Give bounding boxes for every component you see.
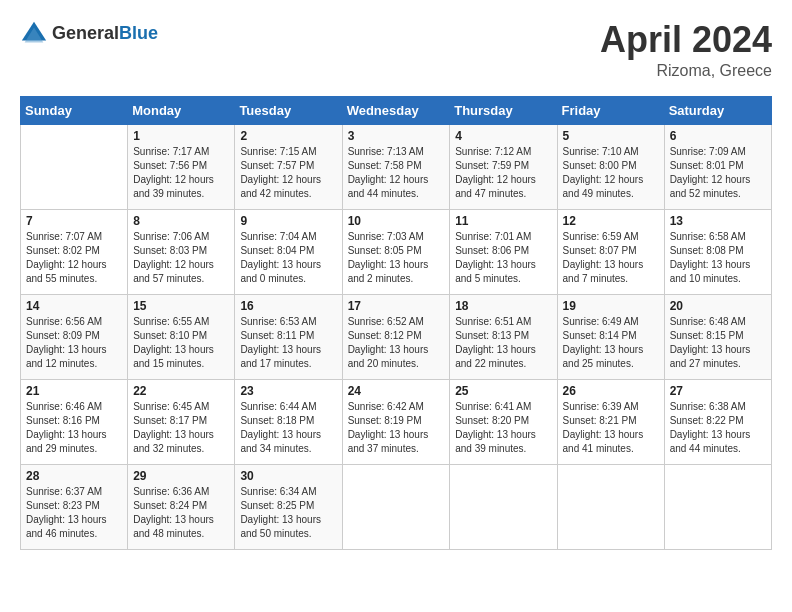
day-info: Sunrise: 6:37 AMSunset: 8:23 PMDaylight:… [26,485,122,541]
day-cell [342,464,450,549]
day-number: 19 [563,299,659,313]
day-cell: 17Sunrise: 6:52 AMSunset: 8:12 PMDayligh… [342,294,450,379]
day-cell: 11Sunrise: 7:01 AMSunset: 8:06 PMDayligh… [450,209,557,294]
day-cell: 3Sunrise: 7:13 AMSunset: 7:58 PMDaylight… [342,124,450,209]
day-cell: 18Sunrise: 6:51 AMSunset: 8:13 PMDayligh… [450,294,557,379]
day-info: Sunrise: 6:44 AMSunset: 8:18 PMDaylight:… [240,400,336,456]
column-header-monday: Monday [128,96,235,124]
day-info: Sunrise: 7:09 AMSunset: 8:01 PMDaylight:… [670,145,766,201]
page-header: GeneralBlue April 2024 Rizoma, Greece [20,20,772,80]
day-info: Sunrise: 7:06 AMSunset: 8:03 PMDaylight:… [133,230,229,286]
day-number: 3 [348,129,445,143]
day-number: 13 [670,214,766,228]
day-cell: 2Sunrise: 7:15 AMSunset: 7:57 PMDaylight… [235,124,342,209]
day-cell: 8Sunrise: 7:06 AMSunset: 8:03 PMDaylight… [128,209,235,294]
day-info: Sunrise: 7:07 AMSunset: 8:02 PMDaylight:… [26,230,122,286]
day-info: Sunrise: 6:49 AMSunset: 8:14 PMDaylight:… [563,315,659,371]
day-info: Sunrise: 6:45 AMSunset: 8:17 PMDaylight:… [133,400,229,456]
day-info: Sunrise: 6:39 AMSunset: 8:21 PMDaylight:… [563,400,659,456]
week-row-5: 28Sunrise: 6:37 AMSunset: 8:23 PMDayligh… [21,464,772,549]
calendar-header-row: SundayMondayTuesdayWednesdayThursdayFrid… [21,96,772,124]
day-info: Sunrise: 6:41 AMSunset: 8:20 PMDaylight:… [455,400,551,456]
day-info: Sunrise: 6:42 AMSunset: 8:19 PMDaylight:… [348,400,445,456]
column-header-sunday: Sunday [21,96,128,124]
column-header-friday: Friday [557,96,664,124]
day-cell: 27Sunrise: 6:38 AMSunset: 8:22 PMDayligh… [664,379,771,464]
day-cell: 25Sunrise: 6:41 AMSunset: 8:20 PMDayligh… [450,379,557,464]
day-cell: 23Sunrise: 6:44 AMSunset: 8:18 PMDayligh… [235,379,342,464]
day-info: Sunrise: 6:51 AMSunset: 8:13 PMDaylight:… [455,315,551,371]
day-number: 1 [133,129,229,143]
day-info: Sunrise: 7:03 AMSunset: 8:05 PMDaylight:… [348,230,445,286]
calendar-title: April 2024 [600,20,772,60]
day-number: 18 [455,299,551,313]
column-header-wednesday: Wednesday [342,96,450,124]
day-info: Sunrise: 6:56 AMSunset: 8:09 PMDaylight:… [26,315,122,371]
day-info: Sunrise: 7:04 AMSunset: 8:04 PMDaylight:… [240,230,336,286]
day-cell: 20Sunrise: 6:48 AMSunset: 8:15 PMDayligh… [664,294,771,379]
day-info: Sunrise: 6:53 AMSunset: 8:11 PMDaylight:… [240,315,336,371]
day-number: 23 [240,384,336,398]
week-row-3: 14Sunrise: 6:56 AMSunset: 8:09 PMDayligh… [21,294,772,379]
day-cell: 16Sunrise: 6:53 AMSunset: 8:11 PMDayligh… [235,294,342,379]
day-info: Sunrise: 7:15 AMSunset: 7:57 PMDaylight:… [240,145,336,201]
column-header-saturday: Saturday [664,96,771,124]
day-cell [21,124,128,209]
day-number: 30 [240,469,336,483]
week-row-4: 21Sunrise: 6:46 AMSunset: 8:16 PMDayligh… [21,379,772,464]
calendar-subtitle: Rizoma, Greece [600,62,772,80]
column-header-tuesday: Tuesday [235,96,342,124]
day-cell: 6Sunrise: 7:09 AMSunset: 8:01 PMDaylight… [664,124,771,209]
day-number: 5 [563,129,659,143]
day-info: Sunrise: 7:10 AMSunset: 8:00 PMDaylight:… [563,145,659,201]
day-number: 15 [133,299,229,313]
day-cell: 26Sunrise: 6:39 AMSunset: 8:21 PMDayligh… [557,379,664,464]
day-cell [664,464,771,549]
day-number: 16 [240,299,336,313]
day-info: Sunrise: 6:59 AMSunset: 8:07 PMDaylight:… [563,230,659,286]
day-cell: 15Sunrise: 6:55 AMSunset: 8:10 PMDayligh… [128,294,235,379]
day-number: 14 [26,299,122,313]
day-number: 26 [563,384,659,398]
day-cell: 9Sunrise: 7:04 AMSunset: 8:04 PMDaylight… [235,209,342,294]
day-cell: 14Sunrise: 6:56 AMSunset: 8:09 PMDayligh… [21,294,128,379]
day-number: 4 [455,129,551,143]
day-cell: 7Sunrise: 7:07 AMSunset: 8:02 PMDaylight… [21,209,128,294]
day-cell: 28Sunrise: 6:37 AMSunset: 8:23 PMDayligh… [21,464,128,549]
day-info: Sunrise: 7:12 AMSunset: 7:59 PMDaylight:… [455,145,551,201]
day-number: 7 [26,214,122,228]
day-info: Sunrise: 6:52 AMSunset: 8:12 PMDaylight:… [348,315,445,371]
calendar-table: SundayMondayTuesdayWednesdayThursdayFrid… [20,96,772,550]
day-number: 20 [670,299,766,313]
day-cell: 22Sunrise: 6:45 AMSunset: 8:17 PMDayligh… [128,379,235,464]
column-header-thursday: Thursday [450,96,557,124]
logo: GeneralBlue [20,20,158,48]
day-number: 21 [26,384,122,398]
day-info: Sunrise: 7:17 AMSunset: 7:56 PMDaylight:… [133,145,229,201]
week-row-1: 1Sunrise: 7:17 AMSunset: 7:56 PMDaylight… [21,124,772,209]
day-cell: 4Sunrise: 7:12 AMSunset: 7:59 PMDaylight… [450,124,557,209]
day-number: 17 [348,299,445,313]
day-cell: 12Sunrise: 6:59 AMSunset: 8:07 PMDayligh… [557,209,664,294]
day-cell: 5Sunrise: 7:10 AMSunset: 8:00 PMDaylight… [557,124,664,209]
day-cell: 13Sunrise: 6:58 AMSunset: 8:08 PMDayligh… [664,209,771,294]
title-block: April 2024 Rizoma, Greece [600,20,772,80]
day-cell: 21Sunrise: 6:46 AMSunset: 8:16 PMDayligh… [21,379,128,464]
day-info: Sunrise: 6:55 AMSunset: 8:10 PMDaylight:… [133,315,229,371]
week-row-2: 7Sunrise: 7:07 AMSunset: 8:02 PMDaylight… [21,209,772,294]
day-cell: 1Sunrise: 7:17 AMSunset: 7:56 PMDaylight… [128,124,235,209]
day-number: 24 [348,384,445,398]
day-number: 12 [563,214,659,228]
day-cell: 10Sunrise: 7:03 AMSunset: 8:05 PMDayligh… [342,209,450,294]
logo-icon [20,20,48,48]
day-number: 6 [670,129,766,143]
day-number: 28 [26,469,122,483]
day-info: Sunrise: 6:46 AMSunset: 8:16 PMDaylight:… [26,400,122,456]
day-info: Sunrise: 6:38 AMSunset: 8:22 PMDaylight:… [670,400,766,456]
day-cell: 19Sunrise: 6:49 AMSunset: 8:14 PMDayligh… [557,294,664,379]
day-info: Sunrise: 7:13 AMSunset: 7:58 PMDaylight:… [348,145,445,201]
day-number: 9 [240,214,336,228]
day-number: 8 [133,214,229,228]
day-info: Sunrise: 6:36 AMSunset: 8:24 PMDaylight:… [133,485,229,541]
day-number: 2 [240,129,336,143]
